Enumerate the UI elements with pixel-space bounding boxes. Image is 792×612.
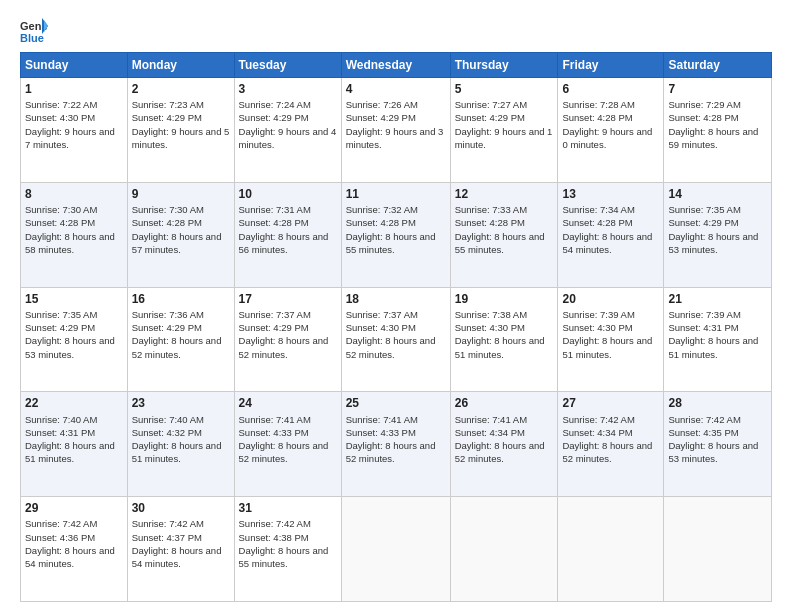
day-info: Sunrise: 7:27 AMSunset: 4:29 PMDaylight:… bbox=[455, 98, 554, 151]
day-info: Sunrise: 7:30 AMSunset: 4:28 PMDaylight:… bbox=[25, 203, 123, 256]
calendar-cell bbox=[450, 497, 558, 602]
day-number: 13 bbox=[562, 186, 659, 202]
day-info: Sunrise: 7:29 AMSunset: 4:28 PMDaylight:… bbox=[668, 98, 767, 151]
calendar-week-2: 8Sunrise: 7:30 AMSunset: 4:28 PMDaylight… bbox=[21, 182, 772, 287]
calendar-cell: 27Sunrise: 7:42 AMSunset: 4:34 PMDayligh… bbox=[558, 392, 664, 497]
calendar-cell: 5Sunrise: 7:27 AMSunset: 4:29 PMDaylight… bbox=[450, 78, 558, 183]
day-number: 28 bbox=[668, 395, 767, 411]
calendar-cell bbox=[558, 497, 664, 602]
calendar-cell: 11Sunrise: 7:32 AMSunset: 4:28 PMDayligh… bbox=[341, 182, 450, 287]
day-info: Sunrise: 7:42 AMSunset: 4:37 PMDaylight:… bbox=[132, 517, 230, 570]
calendar-body: 1Sunrise: 7:22 AMSunset: 4:30 PMDaylight… bbox=[21, 78, 772, 602]
svg-text:Blue: Blue bbox=[20, 32, 44, 44]
day-info: Sunrise: 7:31 AMSunset: 4:28 PMDaylight:… bbox=[239, 203, 337, 256]
day-number: 8 bbox=[25, 186, 123, 202]
calendar-cell: 3Sunrise: 7:24 AMSunset: 4:29 PMDaylight… bbox=[234, 78, 341, 183]
day-info: Sunrise: 7:35 AMSunset: 4:29 PMDaylight:… bbox=[668, 203, 767, 256]
calendar-cell: 10Sunrise: 7:31 AMSunset: 4:28 PMDayligh… bbox=[234, 182, 341, 287]
day-number: 22 bbox=[25, 395, 123, 411]
day-info: Sunrise: 7:39 AMSunset: 4:31 PMDaylight:… bbox=[668, 308, 767, 361]
day-number: 25 bbox=[346, 395, 446, 411]
day-info: Sunrise: 7:33 AMSunset: 4:28 PMDaylight:… bbox=[455, 203, 554, 256]
calendar-cell: 18Sunrise: 7:37 AMSunset: 4:30 PMDayligh… bbox=[341, 287, 450, 392]
calendar-cell: 12Sunrise: 7:33 AMSunset: 4:28 PMDayligh… bbox=[450, 182, 558, 287]
calendar-cell: 19Sunrise: 7:38 AMSunset: 4:30 PMDayligh… bbox=[450, 287, 558, 392]
day-number: 9 bbox=[132, 186, 230, 202]
day-number: 2 bbox=[132, 81, 230, 97]
calendar-cell: 17Sunrise: 7:37 AMSunset: 4:29 PMDayligh… bbox=[234, 287, 341, 392]
day-number: 24 bbox=[239, 395, 337, 411]
logo-icon: General Blue bbox=[20, 16, 48, 44]
logo: General Blue bbox=[20, 16, 48, 44]
day-number: 1 bbox=[25, 81, 123, 97]
day-info: Sunrise: 7:32 AMSunset: 4:28 PMDaylight:… bbox=[346, 203, 446, 256]
calendar-cell: 28Sunrise: 7:42 AMSunset: 4:35 PMDayligh… bbox=[664, 392, 772, 497]
day-number: 23 bbox=[132, 395, 230, 411]
calendar-header-row: SundayMondayTuesdayWednesdayThursdayFrid… bbox=[21, 53, 772, 78]
calendar-cell: 16Sunrise: 7:36 AMSunset: 4:29 PMDayligh… bbox=[127, 287, 234, 392]
calendar-cell: 13Sunrise: 7:34 AMSunset: 4:28 PMDayligh… bbox=[558, 182, 664, 287]
day-number: 14 bbox=[668, 186, 767, 202]
calendar-cell: 7Sunrise: 7:29 AMSunset: 4:28 PMDaylight… bbox=[664, 78, 772, 183]
calendar-header-wednesday: Wednesday bbox=[341, 53, 450, 78]
day-info: Sunrise: 7:40 AMSunset: 4:31 PMDaylight:… bbox=[25, 413, 123, 466]
calendar-cell bbox=[664, 497, 772, 602]
day-number: 15 bbox=[25, 291, 123, 307]
day-number: 12 bbox=[455, 186, 554, 202]
calendar-cell: 2Sunrise: 7:23 AMSunset: 4:29 PMDaylight… bbox=[127, 78, 234, 183]
calendar-cell: 4Sunrise: 7:26 AMSunset: 4:29 PMDaylight… bbox=[341, 78, 450, 183]
day-number: 20 bbox=[562, 291, 659, 307]
calendar-table: SundayMondayTuesdayWednesdayThursdayFrid… bbox=[20, 52, 772, 602]
calendar-header-sunday: Sunday bbox=[21, 53, 128, 78]
day-number: 21 bbox=[668, 291, 767, 307]
day-number: 7 bbox=[668, 81, 767, 97]
day-info: Sunrise: 7:30 AMSunset: 4:28 PMDaylight:… bbox=[132, 203, 230, 256]
day-info: Sunrise: 7:38 AMSunset: 4:30 PMDaylight:… bbox=[455, 308, 554, 361]
day-number: 6 bbox=[562, 81, 659, 97]
day-info: Sunrise: 7:42 AMSunset: 4:36 PMDaylight:… bbox=[25, 517, 123, 570]
day-number: 30 bbox=[132, 500, 230, 516]
calendar-cell: 20Sunrise: 7:39 AMSunset: 4:30 PMDayligh… bbox=[558, 287, 664, 392]
day-number: 17 bbox=[239, 291, 337, 307]
day-number: 29 bbox=[25, 500, 123, 516]
calendar-cell bbox=[341, 497, 450, 602]
day-number: 11 bbox=[346, 186, 446, 202]
day-number: 27 bbox=[562, 395, 659, 411]
day-number: 16 bbox=[132, 291, 230, 307]
calendar-week-1: 1Sunrise: 7:22 AMSunset: 4:30 PMDaylight… bbox=[21, 78, 772, 183]
calendar-cell: 6Sunrise: 7:28 AMSunset: 4:28 PMDaylight… bbox=[558, 78, 664, 183]
day-info: Sunrise: 7:42 AMSunset: 4:38 PMDaylight:… bbox=[239, 517, 337, 570]
day-info: Sunrise: 7:41 AMSunset: 4:33 PMDaylight:… bbox=[346, 413, 446, 466]
day-number: 26 bbox=[455, 395, 554, 411]
calendar-cell: 9Sunrise: 7:30 AMSunset: 4:28 PMDaylight… bbox=[127, 182, 234, 287]
day-info: Sunrise: 7:42 AMSunset: 4:34 PMDaylight:… bbox=[562, 413, 659, 466]
calendar-cell: 8Sunrise: 7:30 AMSunset: 4:28 PMDaylight… bbox=[21, 182, 128, 287]
calendar-cell: 22Sunrise: 7:40 AMSunset: 4:31 PMDayligh… bbox=[21, 392, 128, 497]
day-info: Sunrise: 7:41 AMSunset: 4:34 PMDaylight:… bbox=[455, 413, 554, 466]
day-number: 19 bbox=[455, 291, 554, 307]
calendar-cell: 21Sunrise: 7:39 AMSunset: 4:31 PMDayligh… bbox=[664, 287, 772, 392]
day-info: Sunrise: 7:37 AMSunset: 4:30 PMDaylight:… bbox=[346, 308, 446, 361]
day-number: 3 bbox=[239, 81, 337, 97]
calendar-cell: 23Sunrise: 7:40 AMSunset: 4:32 PMDayligh… bbox=[127, 392, 234, 497]
day-info: Sunrise: 7:34 AMSunset: 4:28 PMDaylight:… bbox=[562, 203, 659, 256]
calendar-cell: 1Sunrise: 7:22 AMSunset: 4:30 PMDaylight… bbox=[21, 78, 128, 183]
day-info: Sunrise: 7:35 AMSunset: 4:29 PMDaylight:… bbox=[25, 308, 123, 361]
day-info: Sunrise: 7:37 AMSunset: 4:29 PMDaylight:… bbox=[239, 308, 337, 361]
calendar-cell: 26Sunrise: 7:41 AMSunset: 4:34 PMDayligh… bbox=[450, 392, 558, 497]
calendar-header-thursday: Thursday bbox=[450, 53, 558, 78]
calendar-header-friday: Friday bbox=[558, 53, 664, 78]
day-info: Sunrise: 7:26 AMSunset: 4:29 PMDaylight:… bbox=[346, 98, 446, 151]
day-info: Sunrise: 7:22 AMSunset: 4:30 PMDaylight:… bbox=[25, 98, 123, 151]
day-number: 10 bbox=[239, 186, 337, 202]
day-info: Sunrise: 7:40 AMSunset: 4:32 PMDaylight:… bbox=[132, 413, 230, 466]
calendar-cell: 24Sunrise: 7:41 AMSunset: 4:33 PMDayligh… bbox=[234, 392, 341, 497]
calendar-week-3: 15Sunrise: 7:35 AMSunset: 4:29 PMDayligh… bbox=[21, 287, 772, 392]
day-info: Sunrise: 7:41 AMSunset: 4:33 PMDaylight:… bbox=[239, 413, 337, 466]
day-number: 18 bbox=[346, 291, 446, 307]
day-number: 4 bbox=[346, 81, 446, 97]
calendar-cell: 30Sunrise: 7:42 AMSunset: 4:37 PMDayligh… bbox=[127, 497, 234, 602]
day-info: Sunrise: 7:36 AMSunset: 4:29 PMDaylight:… bbox=[132, 308, 230, 361]
day-info: Sunrise: 7:24 AMSunset: 4:29 PMDaylight:… bbox=[239, 98, 337, 151]
day-info: Sunrise: 7:39 AMSunset: 4:30 PMDaylight:… bbox=[562, 308, 659, 361]
